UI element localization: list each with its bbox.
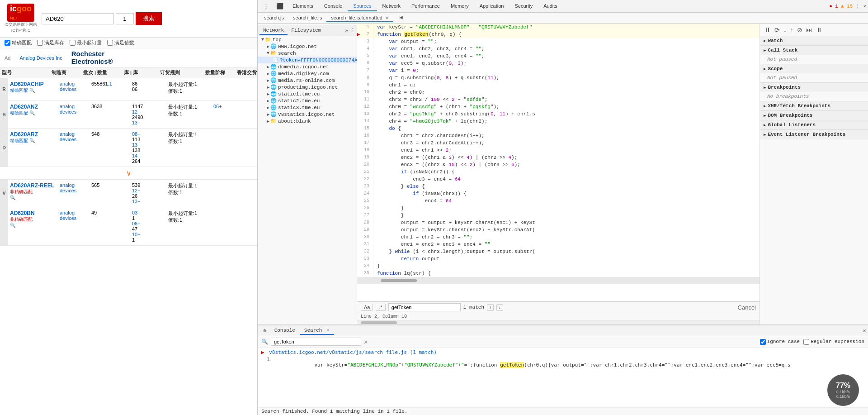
sub-tab-search-file-js[interactable]: search_file.js bbox=[288, 14, 326, 22]
tree-item-search[interactable]: ▼ 📂 search bbox=[258, 50, 357, 57]
network-pct: 77% bbox=[836, 382, 850, 390]
devtools-more-icon[interactable]: ⋮ bbox=[855, 3, 860, 9]
tree-item-www-icgoo[interactable]: ▶ 🌐 www.icgoo.net bbox=[258, 43, 357, 50]
breakpoints-header[interactable]: ▶ Breakpoints bbox=[760, 83, 868, 92]
tab-application[interactable]: Application bbox=[474, 1, 509, 11]
ad-bar: Ad Analog Devices Inc Rochester Electron… bbox=[0, 48, 257, 67]
debug-deactivate[interactable]: ⊘ bbox=[796, 25, 803, 34]
result-file-1[interactable]: ▶ v8statics.icgoo.net/v8static/js/search… bbox=[261, 349, 864, 355]
filter-multiples[interactable]: 满足佮数 bbox=[107, 39, 134, 46]
tab-audits[interactable]: Audits bbox=[538, 1, 563, 11]
find-prev-btn[interactable]: ↑ bbox=[487, 304, 494, 311]
world-icon-static2: 🌐 bbox=[270, 98, 277, 104]
tree-more[interactable]: » bbox=[345, 28, 348, 33]
hk-ad620arz-reel bbox=[245, 182, 257, 204]
search-input[interactable] bbox=[42, 13, 114, 24]
tree-item-static1[interactable]: ▶ 🌐 static1.tme.eu bbox=[258, 91, 357, 97]
find-input[interactable] bbox=[388, 303, 461, 311]
tab-console[interactable]: Console bbox=[319, 1, 348, 11]
tab-security[interactable]: Security bbox=[509, 1, 538, 11]
ignore-case-checkbox[interactable] bbox=[760, 339, 766, 345]
watch-header[interactable]: ▶ Watch bbox=[760, 36, 868, 45]
price-ad620bn bbox=[213, 210, 245, 243]
find-cancel-btn[interactable]: Cancel bbox=[738, 304, 756, 311]
find-aa-btn[interactable]: Aa bbox=[361, 304, 373, 311]
bottom-panel-icon[interactable]: ⚙ bbox=[259, 326, 270, 335]
find-next-btn[interactable]: ↓ bbox=[496, 304, 503, 311]
tree-item-top[interactable]: ▼ 📁 top bbox=[258, 36, 357, 43]
tab-elements[interactable]: Elements bbox=[287, 1, 319, 11]
tree-item-token[interactable]: 📄 ?token=FFFF0N000000000074A9%3... bbox=[258, 57, 357, 63]
tree-item-static3[interactable]: ▶ 🌐 static3.tme.eu bbox=[258, 104, 357, 111]
regex-checkbox[interactable] bbox=[803, 339, 809, 345]
tree-arrow-static3: ▶ bbox=[267, 105, 269, 110]
tree-item-dcmedia[interactable]: ▶ 🌐 dcmedia.icgoo.net bbox=[258, 63, 357, 70]
tab-sources[interactable]: Sources bbox=[348, 1, 377, 11]
bottom-tab-console[interactable]: Console bbox=[270, 327, 300, 335]
debug-pause2[interactable]: ⏸ bbox=[815, 25, 823, 34]
tree-item-v8statics[interactable]: ▶ 🌐 v8statics.icgoo.net bbox=[258, 111, 357, 118]
scope-header[interactable]: ▶ Scope bbox=[760, 64, 868, 73]
sub-tab-search-file-formatted[interactable]: search_file.js:formatted × bbox=[326, 14, 393, 22]
tree-item-media-rs[interactable]: ▶ 🌐 media.rs-online.com bbox=[258, 77, 357, 84]
debug-pause[interactable]: ⏸ bbox=[764, 25, 772, 34]
dom-header[interactable]: ▶ DOM Breakpoints bbox=[760, 111, 868, 120]
xhr-header[interactable]: ▶ XHR/fetch Breakpoints bbox=[760, 101, 868, 110]
ignore-case-label[interactable]: Ignore case bbox=[760, 339, 800, 345]
global-listeners-label: Global Listeners bbox=[768, 122, 816, 128]
devtools-icon-1[interactable]: ⋮ bbox=[259, 1, 273, 12]
debug-step-out[interactable]: ↑ bbox=[789, 25, 794, 34]
code-line-27: 27 } bbox=[357, 212, 760, 219]
tree-arrow-digikey: ▶ bbox=[267, 71, 269, 76]
watch-arrow: ▶ bbox=[764, 38, 766, 43]
logo-sub1: IC交易网旗下网站 bbox=[5, 22, 37, 28]
bottom-search-clear[interactable]: ✕ bbox=[364, 338, 368, 346]
logo-area: icgooNET IC交易网旗下网站 IC购∞购IC bbox=[5, 4, 37, 33]
debug-async[interactable]: ⏭ bbox=[805, 25, 813, 34]
code-content[interactable]: 1 var keyStr = "ABCDEFGHIJKLMNOP" + "QRS… bbox=[357, 24, 760, 301]
bottom-search-input[interactable] bbox=[271, 338, 361, 346]
tree-item-productimg[interactable]: ▶ 🌐 productimg.icgoo.net bbox=[258, 84, 357, 91]
search-button[interactable]: 搜索 bbox=[136, 12, 162, 25]
bottom-search-icon: 🔍 bbox=[261, 339, 268, 345]
debug-step-into[interactable]: ↓ bbox=[783, 25, 788, 34]
sub-tab-add[interactable]: ⊞ bbox=[395, 14, 408, 22]
tab-network[interactable]: Network bbox=[377, 1, 406, 11]
global-listeners-header[interactable]: ▶ Global Listeners bbox=[760, 120, 868, 129]
tree-menu[interactable]: ⋮ bbox=[350, 28, 355, 33]
tree-tab-filesystem[interactable]: Filesystem bbox=[288, 27, 325, 35]
bottom-close-all[interactable]: ✕ bbox=[863, 327, 866, 334]
tab-memory[interactable]: Memory bbox=[445, 1, 474, 11]
event-listener-header[interactable]: ▶ Event Listener Breakpoints bbox=[760, 130, 868, 139]
devtools-icon-2[interactable]: ⬛ bbox=[273, 1, 287, 12]
sub-tab-search-js[interactable]: search.js bbox=[259, 14, 288, 22]
filter-moq[interactable]: 最小起订量 bbox=[70, 39, 102, 46]
filter-stock[interactable]: 满足库存 bbox=[37, 39, 64, 46]
tree-item-aboutblank[interactable]: ▶ 📁 about:blank bbox=[258, 118, 357, 124]
code-hscroll[interactable] bbox=[357, 320, 760, 324]
more-indicator[interactable]: ∨ bbox=[0, 167, 257, 180]
xhr-label: XHR/fetch Breakpoints bbox=[768, 103, 830, 109]
debug-step-over[interactable]: ⟳ bbox=[774, 25, 781, 34]
close-formatted-tab[interactable]: × bbox=[386, 15, 388, 20]
call-stack-header[interactable]: ▶ Call Stack bbox=[760, 46, 868, 55]
scope-arrow: ▶ bbox=[764, 67, 766, 72]
site-header: icgooNET IC交易网旗下网站 IC购∞购IC 搜索 bbox=[0, 0, 257, 38]
tab-performance[interactable]: Performance bbox=[406, 1, 445, 11]
network-indicator: 77% 0.1kb/s 0.1kb/s bbox=[827, 374, 859, 406]
search-qty[interactable] bbox=[116, 13, 134, 24]
regex-label[interactable]: Regular expression bbox=[803, 339, 864, 345]
call-stack-content: Not paused bbox=[760, 55, 868, 64]
tree-item-static2[interactable]: ▶ 🌐 static2.tme.eu bbox=[258, 97, 357, 104]
dom-section: ▶ DOM Breakpoints bbox=[760, 111, 868, 120]
find-regex-btn[interactable]: .* bbox=[376, 304, 385, 311]
devtools-close-icon[interactable]: ✕ bbox=[863, 3, 866, 9]
hk-ad620anz bbox=[245, 104, 257, 125]
bottom-search-close[interactable]: × bbox=[327, 328, 330, 333]
tree-arrow-productimg: ▶ bbox=[267, 85, 269, 90]
tree-tab-network[interactable]: Network bbox=[259, 27, 288, 35]
filter-exact[interactable]: 精确匹配 bbox=[5, 39, 32, 46]
bottom-tab-search[interactable]: Search × bbox=[300, 327, 334, 335]
batch-ad620bn: 49 bbox=[91, 210, 132, 243]
tree-item-media-digikey[interactable]: ▶ 🌐 media.digikey.com bbox=[258, 70, 357, 77]
